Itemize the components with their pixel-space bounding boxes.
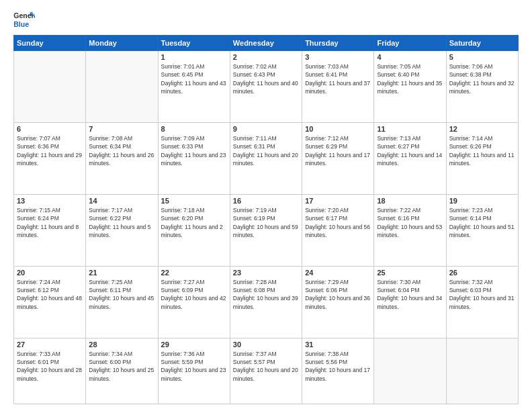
calendar-day-cell: 2Sunrise: 7:02 AMSunset: 6:43 PMDaylight… bbox=[230, 51, 302, 123]
calendar-day-cell: 30Sunrise: 7:37 AMSunset: 5:57 PMDayligh… bbox=[230, 338, 302, 404]
calendar-week-row: 20Sunrise: 7:24 AMSunset: 6:12 PMDayligh… bbox=[14, 266, 519, 338]
weekday-header-monday: Monday bbox=[86, 36, 158, 51]
calendar-day-cell: 9Sunrise: 7:11 AMSunset: 6:31 PMDaylight… bbox=[230, 122, 302, 194]
calendar-day-cell: 6Sunrise: 7:07 AMSunset: 6:36 PMDaylight… bbox=[14, 122, 86, 194]
day-detail: Sunrise: 7:06 AMSunset: 6:38 PMDaylight:… bbox=[449, 62, 515, 95]
day-number: 15 bbox=[161, 197, 227, 205]
calendar-day-cell: 11Sunrise: 7:13 AMSunset: 6:27 PMDayligh… bbox=[374, 122, 446, 194]
calendar-week-row: 6Sunrise: 7:07 AMSunset: 6:36 PMDaylight… bbox=[14, 122, 519, 194]
day-number: 13 bbox=[17, 197, 83, 205]
calendar-day-cell: 29Sunrise: 7:36 AMSunset: 5:59 PMDayligh… bbox=[158, 338, 230, 404]
calendar-day-cell: 17Sunrise: 7:20 AMSunset: 6:17 PMDayligh… bbox=[302, 194, 374, 266]
day-number: 4 bbox=[377, 53, 443, 61]
day-number: 7 bbox=[89, 125, 154, 133]
calendar-day-cell: 10Sunrise: 7:12 AMSunset: 6:29 PMDayligh… bbox=[302, 122, 374, 194]
calendar-day-cell bbox=[14, 51, 86, 123]
day-detail: Sunrise: 7:15 AMSunset: 6:24 PMDaylight:… bbox=[17, 206, 83, 239]
calendar-day-cell: 14Sunrise: 7:17 AMSunset: 6:22 PMDayligh… bbox=[86, 194, 158, 266]
day-detail: Sunrise: 7:12 AMSunset: 6:29 PMDaylight:… bbox=[305, 134, 371, 167]
weekday-header-friday: Friday bbox=[374, 36, 446, 51]
day-number: 21 bbox=[89, 269, 154, 277]
day-number: 14 bbox=[89, 197, 154, 205]
calendar-day-cell: 18Sunrise: 7:22 AMSunset: 6:16 PMDayligh… bbox=[374, 194, 446, 266]
calendar-day-cell bbox=[374, 338, 446, 404]
calendar-day-cell: 23Sunrise: 7:28 AMSunset: 6:08 PMDayligh… bbox=[230, 266, 302, 338]
day-number: 22 bbox=[161, 269, 227, 277]
calendar-day-cell bbox=[86, 51, 158, 123]
calendar-day-cell: 12Sunrise: 7:14 AMSunset: 6:26 PMDayligh… bbox=[446, 122, 518, 194]
day-number: 28 bbox=[89, 340, 154, 349]
calendar-week-row: 27Sunrise: 7:33 AMSunset: 6:01 PMDayligh… bbox=[14, 338, 519, 404]
day-number: 31 bbox=[305, 340, 371, 349]
calendar-day-cell: 4Sunrise: 7:05 AMSunset: 6:40 PMDaylight… bbox=[374, 51, 446, 123]
page: General Blue SundayMondayTuesdayWednesda… bbox=[0, 0, 532, 411]
day-detail: Sunrise: 7:29 AMSunset: 6:06 PMDaylight:… bbox=[305, 278, 371, 311]
calendar-day-cell: 28Sunrise: 7:34 AMSunset: 6:00 PMDayligh… bbox=[86, 338, 158, 404]
day-number: 1 bbox=[161, 53, 227, 61]
calendar-table: SundayMondayTuesdayWednesdayThursdayFrid… bbox=[13, 35, 519, 404]
day-number: 9 bbox=[233, 125, 299, 133]
calendar-week-row: 1Sunrise: 7:01 AMSunset: 6:45 PMDaylight… bbox=[14, 51, 519, 123]
calendar-day-cell: 16Sunrise: 7:19 AMSunset: 6:19 PMDayligh… bbox=[230, 194, 302, 266]
day-number: 17 bbox=[305, 197, 371, 205]
calendar-day-cell bbox=[446, 338, 518, 404]
day-detail: Sunrise: 7:08 AMSunset: 6:34 PMDaylight:… bbox=[89, 134, 154, 167]
day-number: 30 bbox=[233, 340, 299, 349]
calendar-day-cell: 1Sunrise: 7:01 AMSunset: 6:45 PMDaylight… bbox=[158, 51, 230, 123]
day-number: 19 bbox=[449, 197, 515, 205]
day-number: 8 bbox=[161, 125, 227, 133]
day-detail: Sunrise: 7:32 AMSunset: 6:03 PMDaylight:… bbox=[449, 278, 515, 311]
calendar-day-cell: 25Sunrise: 7:30 AMSunset: 6:04 PMDayligh… bbox=[374, 266, 446, 338]
day-detail: Sunrise: 7:37 AMSunset: 5:57 PMDaylight:… bbox=[233, 350, 299, 383]
day-detail: Sunrise: 7:33 AMSunset: 6:01 PMDaylight:… bbox=[17, 350, 83, 383]
day-detail: Sunrise: 7:22 AMSunset: 6:16 PMDaylight:… bbox=[377, 206, 443, 239]
day-number: 27 bbox=[17, 340, 83, 349]
day-detail: Sunrise: 7:25 AMSunset: 6:11 PMDaylight:… bbox=[89, 278, 154, 311]
day-number: 2 bbox=[233, 53, 299, 61]
day-detail: Sunrise: 7:05 AMSunset: 6:40 PMDaylight:… bbox=[377, 62, 443, 95]
weekday-header-sunday: Sunday bbox=[14, 36, 86, 51]
day-number: 16 bbox=[233, 197, 299, 205]
logo-icon: General Blue bbox=[13, 11, 35, 30]
calendar-day-cell: 31Sunrise: 7:38 AMSunset: 5:56 PMDayligh… bbox=[302, 338, 374, 404]
calendar-day-cell: 22Sunrise: 7:27 AMSunset: 6:09 PMDayligh… bbox=[158, 266, 230, 338]
day-number: 29 bbox=[161, 340, 227, 349]
day-detail: Sunrise: 7:17 AMSunset: 6:22 PMDaylight:… bbox=[89, 206, 154, 239]
day-number: 20 bbox=[17, 269, 83, 277]
calendar-day-cell: 21Sunrise: 7:25 AMSunset: 6:11 PMDayligh… bbox=[86, 266, 158, 338]
day-number: 25 bbox=[377, 269, 443, 277]
day-detail: Sunrise: 7:20 AMSunset: 6:17 PMDaylight:… bbox=[305, 206, 371, 239]
day-number: 6 bbox=[17, 125, 83, 133]
day-detail: Sunrise: 7:30 AMSunset: 6:04 PMDaylight:… bbox=[377, 278, 443, 311]
calendar-day-cell: 19Sunrise: 7:23 AMSunset: 6:14 PMDayligh… bbox=[446, 194, 518, 266]
calendar-day-cell: 26Sunrise: 7:32 AMSunset: 6:03 PMDayligh… bbox=[446, 266, 518, 338]
day-detail: Sunrise: 7:24 AMSunset: 6:12 PMDaylight:… bbox=[17, 278, 83, 311]
day-detail: Sunrise: 7:36 AMSunset: 5:59 PMDaylight:… bbox=[161, 350, 227, 383]
day-number: 12 bbox=[449, 125, 515, 133]
calendar-day-cell: 5Sunrise: 7:06 AMSunset: 6:38 PMDaylight… bbox=[446, 51, 518, 123]
day-detail: Sunrise: 7:14 AMSunset: 6:26 PMDaylight:… bbox=[449, 134, 515, 167]
svg-text:Blue: Blue bbox=[13, 20, 29, 28]
day-number: 24 bbox=[305, 269, 371, 277]
day-detail: Sunrise: 7:18 AMSunset: 6:20 PMDaylight:… bbox=[161, 206, 227, 239]
day-detail: Sunrise: 7:27 AMSunset: 6:09 PMDaylight:… bbox=[161, 278, 227, 311]
calendar-day-cell: 15Sunrise: 7:18 AMSunset: 6:20 PMDayligh… bbox=[158, 194, 230, 266]
weekday-header-saturday: Saturday bbox=[446, 36, 518, 51]
calendar-day-cell: 3Sunrise: 7:03 AMSunset: 6:41 PMDaylight… bbox=[302, 51, 374, 123]
day-detail: Sunrise: 7:01 AMSunset: 6:45 PMDaylight:… bbox=[161, 62, 227, 95]
day-number: 5 bbox=[449, 53, 515, 61]
calendar-day-cell: 24Sunrise: 7:29 AMSunset: 6:06 PMDayligh… bbox=[302, 266, 374, 338]
calendar-day-cell: 20Sunrise: 7:24 AMSunset: 6:12 PMDayligh… bbox=[14, 266, 86, 338]
weekday-header-tuesday: Tuesday bbox=[158, 36, 230, 51]
day-number: 18 bbox=[377, 197, 443, 205]
day-number: 11 bbox=[377, 125, 443, 133]
day-detail: Sunrise: 7:02 AMSunset: 6:43 PMDaylight:… bbox=[233, 62, 299, 95]
calendar-day-cell: 13Sunrise: 7:15 AMSunset: 6:24 PMDayligh… bbox=[14, 194, 86, 266]
calendar-day-cell: 7Sunrise: 7:08 AMSunset: 6:34 PMDaylight… bbox=[86, 122, 158, 194]
day-detail: Sunrise: 7:07 AMSunset: 6:36 PMDaylight:… bbox=[17, 134, 83, 167]
day-number: 10 bbox=[305, 125, 371, 133]
day-detail: Sunrise: 7:23 AMSunset: 6:14 PMDaylight:… bbox=[449, 206, 515, 239]
day-detail: Sunrise: 7:09 AMSunset: 6:33 PMDaylight:… bbox=[161, 134, 227, 167]
day-detail: Sunrise: 7:19 AMSunset: 6:19 PMDaylight:… bbox=[233, 206, 299, 239]
day-detail: Sunrise: 7:13 AMSunset: 6:27 PMDaylight:… bbox=[377, 134, 443, 167]
